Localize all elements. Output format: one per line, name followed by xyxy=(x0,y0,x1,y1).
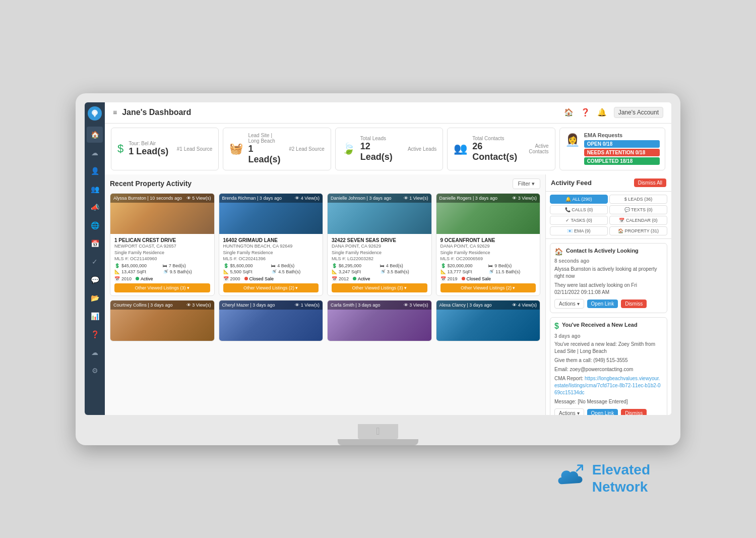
property-card-5: Courtney Collins | 3 days ago 👁 3 View(s… xyxy=(110,300,215,341)
open-link-button-2[interactable]: Open Link xyxy=(587,409,618,415)
stat-label-3: Total Leads xyxy=(360,136,403,141)
property-card-2: Brenda Richman | 3 days ago 👁 4 View(s) … xyxy=(219,193,324,296)
sidebar-item-cloud[interactable]: ☁ xyxy=(87,145,103,161)
prop-btn-1[interactable]: Other Viewed Listings (3) ▾ xyxy=(114,283,210,292)
feed-item-time-2: 3 days ago xyxy=(554,333,663,339)
page-title: Jane's Dashboard xyxy=(122,108,191,117)
price-icon-4: 💲 xyxy=(440,263,446,268)
feed-tab-calendar[interactable]: 📅 CALENDAR (0) xyxy=(609,216,667,225)
prop-mls-4: MLS #: OC20006569 xyxy=(440,256,536,261)
prop-views-7: 👁 3 View(s) xyxy=(404,303,428,308)
sidebar-item-help[interactable]: ❓ xyxy=(87,326,103,342)
sidebar-item-calendar[interactable]: 📅 xyxy=(87,235,103,252)
prop-details-2: 💲$5,600,000 🛏4 Bed(s) 📐5,500 SqFt 🚿4.5 B… xyxy=(223,263,319,274)
feed-item-text-2a: You've received a new lead: Zoey Smith f… xyxy=(554,341,663,355)
feed-header: Activity Feed Dismiss All xyxy=(546,174,671,192)
open-link-button-1[interactable]: Open Link xyxy=(587,300,618,308)
prop-views-6: 👁 1 View(s) xyxy=(295,303,320,308)
sidebar-item-leads[interactable]: 👤 xyxy=(87,163,103,179)
filter-button[interactable]: Filter ▾ xyxy=(513,178,541,189)
sidebar-item-contacts[interactable]: 👥 xyxy=(87,181,103,197)
prop-agent-5: Courtney Collins | 3 days ago xyxy=(113,303,172,308)
status-dot-3 xyxy=(353,277,356,280)
feed-item-text-1b: They were last actively looking on Fri 0… xyxy=(554,282,663,296)
prop-image-3: Danielle Johnson | 3 days ago 👁 1 View(s… xyxy=(328,194,431,234)
prop-name-1: 1 PELICAN CREST DRIVE xyxy=(114,237,210,244)
prop-baths-3: 3.5 Bath(s) xyxy=(387,269,409,274)
prop-btn-2[interactable]: Other Viewed Listings (2) ▾ xyxy=(223,283,319,292)
sidebar-item-web[interactable]: 🌐 xyxy=(87,217,103,233)
prop-overlay-4: Danielle Rogers | 3 days ago 👁 3 View(s) xyxy=(436,194,540,203)
feed-tab-ema[interactable]: 📧 EMA (9) xyxy=(550,226,608,235)
brand-logo: Elevated Network xyxy=(556,461,650,495)
feed-tab-all[interactable]: 🔔 ALL (290) xyxy=(550,195,608,204)
feed-item-header-1: 🏠 Contact Is Actively Looking xyxy=(554,248,663,256)
feed-tab-leads[interactable]: $ LEADS (36) xyxy=(609,195,667,204)
sidebar-item-home[interactable]: 🏠 xyxy=(87,127,103,143)
prop-status-2: Closed Sale xyxy=(249,276,274,281)
prop-image-8: Alexa Clancy | 3 days ago 👁 4 View(s) xyxy=(436,301,540,341)
prop-overlay-8: Alexa Clancy | 3 days ago 👁 4 View(s) xyxy=(436,301,540,310)
prop-sqft-3: 3,247 SqFt xyxy=(339,269,361,274)
actions-dropdown-2[interactable]: Actions ▾ xyxy=(554,408,584,415)
brand-text: Elevated Network xyxy=(592,461,650,495)
ema-icon: 👩‍💼 xyxy=(565,133,580,147)
sidebar-item-cloud2[interactable]: ☁ xyxy=(87,344,103,361)
dismiss-button-2[interactable]: Dismiss xyxy=(621,409,647,415)
prop-name-4: 9 OCEANFRONT LANE xyxy=(440,237,536,244)
dismiss-all-button[interactable]: Dismiss All xyxy=(634,178,666,187)
prop-agent-8: Alexa Clancy | 3 days ago xyxy=(439,303,492,308)
feed-tab-tasks[interactable]: ✓ TASKS (0) xyxy=(550,216,608,225)
feed-tab-property[interactable]: 🏠 PROPERTY (31) xyxy=(609,226,667,235)
dismiss-button-1[interactable]: Dismiss xyxy=(621,300,647,308)
feed-title: Activity Feed xyxy=(551,179,592,187)
monitor-wrapper: 🏠 ☁ 👤 👥 📣 🌐 📅 ✓ 💬 📂 📊 ❓ ☁ ⚙ ≡ Jane's Das… xyxy=(76,93,680,445)
property-card-1: Alyssa Burnston | 10 seconds ago 👁 5 Vie… xyxy=(110,193,215,296)
prop-sqft-4: 13,777 SqFt xyxy=(448,269,472,274)
prop-price-3: $6,295,000 xyxy=(339,263,361,268)
prop-beds-4: 9 Bed(s) xyxy=(494,263,512,268)
feed-item-link-2[interactable]: https://longbeachvalues.viewyour.estate/… xyxy=(554,376,661,395)
prop-btn-4[interactable]: Other Viewed Listings (2) ▾ xyxy=(440,283,536,292)
account-button[interactable]: Jane's Account xyxy=(614,107,663,118)
prop-type-4: Single Family Residence xyxy=(440,250,536,255)
question-icon[interactable]: ❓ xyxy=(581,108,590,117)
prop-details-4: 💲$20,000,000 🛏9 Bed(s) 📐13,777 SqFt 🚿11.… xyxy=(440,263,536,274)
prop-body-3: 32422 SEVEN SEAS DRIVE DANA POINT, CA 92… xyxy=(328,234,431,295)
prop-sqft-2: 5,500 SqFt xyxy=(230,269,253,274)
feed-tab-texts[interactable]: 💬 TEXTS (0) xyxy=(609,205,667,214)
stat-sub-3: Active Leads xyxy=(408,146,436,152)
sidebar-logo[interactable] xyxy=(88,106,102,121)
prop-beds-3: 4 Bed(s) xyxy=(386,263,403,268)
bell-icon[interactable]: 🔔 xyxy=(597,108,607,117)
home-icon[interactable]: 🏠 xyxy=(564,108,574,117)
ema-card: 👩‍💼 EMA Requests OPEN 0/18 NEEDS ATTENTI… xyxy=(559,128,665,170)
prop-status-3: Active xyxy=(358,276,370,281)
activity-feed: Activity Feed Dismiss All 🔔 ALL (290) $ … xyxy=(545,174,671,415)
prop-details-3: 💲$6,295,000 🛏4 Bed(s) 📐3,247 SqFt 🚿3.5 B… xyxy=(332,263,427,274)
prop-btn-3[interactable]: Other Viewed Listings (3) ▾ xyxy=(332,283,427,292)
prop-type-2: Single Family Residence xyxy=(223,250,319,255)
sidebar-item-settings[interactable]: ⚙ xyxy=(87,363,103,379)
brand-name-2: Network xyxy=(592,479,648,495)
stat-label-2: Lead Site | Long Beach xyxy=(248,133,284,144)
ema-bar-open: OPEN 0/18 xyxy=(584,140,660,148)
feed-tab-calls[interactable]: 📞 CALLS (0) xyxy=(550,205,608,214)
stat-label-1: Tour: Bel Air xyxy=(129,141,172,146)
hamburger-icon[interactable]: ≡ xyxy=(113,108,117,116)
bed-icon-2: 🛏 xyxy=(271,263,276,268)
bed-icon-3: 🛏 xyxy=(380,263,385,268)
sidebar-item-reports[interactable]: 📊 xyxy=(87,308,103,324)
sidebar-item-files[interactable]: 📂 xyxy=(87,290,103,306)
stat-card-total-leads: 🍃 Total Leads 12 Lead(s) Active Leads xyxy=(335,128,443,170)
prop-year-2: 2000 xyxy=(230,276,240,281)
feed-item-header-2: $ You've Received a New Lead xyxy=(554,322,663,331)
sidebar-item-marketing[interactable]: 📣 xyxy=(87,199,103,215)
sidebar-item-messages[interactable]: 💬 xyxy=(87,272,103,288)
prop-image-2: Brenda Richman | 3 days ago 👁 4 View(s) xyxy=(219,194,323,234)
sidebar-item-tasks[interactable]: ✓ xyxy=(87,254,103,270)
prop-details-1: 💲$45,000,000 🛏7 Bed(s) 📐13,437 SqFt 🚿9.5… xyxy=(114,263,210,274)
ema-bar-attention: NEEDS ATTENTION 0/18 xyxy=(584,149,660,156)
prop-image-1: Alyssa Burnston | 10 seconds ago 👁 5 Vie… xyxy=(110,194,214,234)
actions-dropdown-1[interactable]: Actions ▾ xyxy=(554,299,584,309)
